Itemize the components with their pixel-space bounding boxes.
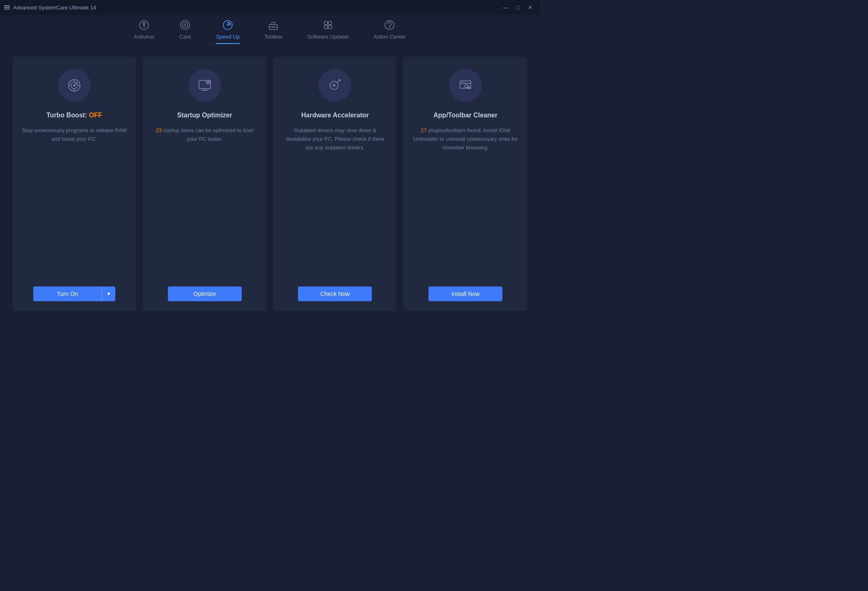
svg-point-1 [143,24,145,26]
hardware-accelerator-title: Hardware Accelerator [301,112,369,119]
startup-optimizer-icon [188,69,221,102]
hardware-accelerator-icon [318,69,351,102]
svg-line-24 [74,82,77,85]
app-title: Advanced SystemCare Ultimate 14 [13,5,96,11]
nav-speed-up[interactable]: Speed Up [216,19,240,44]
turbo-boost-icon [58,69,91,102]
care-icon [179,19,191,31]
svg-rect-12 [328,21,332,25]
turbo-boost-card: Turbo Boost: OFF Stop unnecessary progra… [12,57,136,311]
svg-point-39 [465,85,468,88]
svg-point-4 [184,24,186,26]
install-now-button[interactable]: Install Now [428,286,502,301]
svg-point-16 [389,27,390,28]
app-toolbar-cleaner-card: App/Toolbar Cleaner 27 plugins/toolbars … [403,57,527,311]
speed-up-label: Speed Up [216,34,240,40]
hardware-accelerator-card: Hardware Accelerator Outdated drivers ma… [273,57,397,311]
svg-point-37 [461,82,463,83]
turbo-boost-description: Stop unnecessary programs to release RAM… [21,126,128,274]
optimize-button[interactable]: Optimize [168,286,242,301]
speed-up-icon [222,19,234,31]
care-label: Care [179,34,191,40]
minimize-button[interactable]: — [500,2,511,13]
action-center-icon [383,19,396,31]
nav-action-center[interactable]: Action Center [373,19,406,44]
nav-software-updater[interactable]: Software Updater [307,19,349,44]
action-center-label: Action Center [373,34,406,40]
svg-rect-13 [324,25,328,29]
app-toolbar-cleaner-icon [449,69,482,102]
svg-line-34 [337,81,339,83]
window-controls: — □ ✕ [500,2,536,13]
hamburger-menu[interactable] [4,5,10,10]
svg-rect-11 [324,21,328,25]
svg-point-38 [463,82,465,83]
nav-toolbox[interactable]: Toolbox [264,19,283,44]
antivirus-icon [138,19,150,31]
app-plugin-count: 27 [421,127,426,133]
software-updater-label: Software Updater [307,34,349,40]
nav-antivirus[interactable]: Antivirus [134,19,154,44]
turn-on-split-button[interactable]: Turn On ▼ [33,286,115,301]
toolbox-icon [267,19,279,31]
svg-rect-14 [328,25,332,29]
antivirus-label: Antivirus [134,34,154,40]
startup-optimizer-card: Startup Optimizer 23 startup items can b… [143,57,267,311]
turbo-boost-title: Turbo Boost: OFF [46,112,102,119]
nav-care[interactable]: Care [179,19,191,44]
hardware-accelerator-description: Outdated drivers may slow down & destabi… [282,126,389,274]
nav-bar: Antivirus Care Speed Up [0,15,540,44]
title-bar: Advanced SystemCare Ultimate 14 — □ ✕ [0,0,540,15]
software-updater-icon [322,19,334,31]
app-toolbar-cleaner-title: App/Toolbar Cleaner [433,112,497,119]
turn-on-button[interactable]: Turn On [33,286,102,301]
app-toolbar-cleaner-description: 27 plugins/toolbars found. Install IObit… [412,126,519,274]
startup-optimizer-description: 23 startup items can be optimized to boo… [151,126,259,274]
startup-count: 23 [156,127,162,133]
svg-point-33 [334,85,335,86]
svg-rect-10 [273,26,274,28]
maximize-button[interactable]: □ [513,2,523,13]
startup-optimizer-title: Startup Optimizer [177,112,232,119]
toolbox-label: Toolbox [264,34,283,40]
main-content: Turbo Boost: OFF Stop unnecessary progra… [0,44,540,323]
turn-on-dropdown-arrow[interactable]: ▼ [102,286,115,301]
check-now-button[interactable]: Check Now [298,286,372,301]
close-button[interactable]: ✕ [525,2,536,13]
